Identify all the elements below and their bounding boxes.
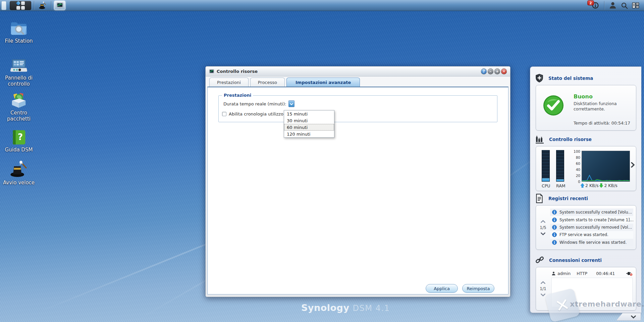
main-menu-button[interactable] <box>10 1 31 10</box>
tab-impostazioni-avanzate[interactable]: Impostazioni avanzate <box>286 78 360 87</box>
section-recent-logs: Registri recenti <box>535 194 588 203</box>
connection-protocol: HTTP <box>577 271 587 276</box>
dsm-version: DSM 4.1 <box>353 304 390 313</box>
section-title: Connessioni correnti <box>549 258 602 263</box>
desktop-icon-file-station[interactable]: File Station <box>1 21 36 44</box>
section-title: Controllo risorse <box>549 137 592 142</box>
connection-row[interactable]: admin HTTP 00:46:41 <box>551 270 633 277</box>
sidebar-collapse-tab[interactable] <box>616 313 641 321</box>
dropdown-option[interactable]: 30 minuti <box>284 117 334 124</box>
desktop-icon-label: Guida DSM <box>1 147 36 153</box>
apply-button[interactable]: Applica <box>426 284 458 293</box>
show-desktop-button[interactable] <box>1 1 6 10</box>
search-button[interactable] <box>619 1 630 10</box>
uptime-text: Tempo di attività: 00:54:17 <box>574 121 630 126</box>
open-resource-monitor-chevron[interactable] <box>631 162 635 169</box>
log-entry[interactable]: FTP service was started. <box>550 231 633 238</box>
status-value: Buono <box>574 93 593 100</box>
taskbar: 2 <box>0 0 644 11</box>
minimize-icon: – <box>490 70 492 73</box>
cpu-bar-fill <box>542 178 549 181</box>
ram-gauge <box>556 150 564 182</box>
dsm-watermark: Synology DSM 4.1 <box>301 303 390 313</box>
section-title: Stato del sistema <box>548 76 593 81</box>
resource-monitor-panel: CPU RAM 100 80 60 40 20 0 2 KB/s 2 KB/s <box>536 146 636 191</box>
minimize-button[interactable]: – <box>488 68 493 74</box>
download-speed: 2 KB/s <box>604 183 617 188</box>
info-icon <box>552 225 557 230</box>
desktop-icon-dsm-help[interactable]: ? Guida DSM <box>1 129 36 153</box>
disconnect-icon[interactable] <box>626 271 633 276</box>
log-entry[interactable]: System successfully removed [Vol... <box>550 224 633 231</box>
pager-down-button[interactable] <box>541 232 545 235</box>
search-icon <box>621 2 628 9</box>
dsm-help-icon: ? <box>1 129 36 145</box>
tab-strip: Prestazioni Processo Impostazioni avanza… <box>209 78 360 87</box>
section-system-status: Stato del sistema <box>535 74 593 83</box>
logs-page-indicator: 1/5 <box>540 225 546 230</box>
notification-badge: 2 <box>587 0 594 5</box>
upload-arrow-icon <box>581 183 584 188</box>
resource-monitor-taskbar-button[interactable] <box>54 1 65 10</box>
pilot-view-icon <box>632 1 640 9</box>
log-entry[interactable]: Windows file service was started. <box>550 239 633 246</box>
pager-down-button[interactable] <box>541 293 545 296</box>
system-health-sidebar: Stato del sistema Buono DiskStation funz… <box>530 66 641 313</box>
resource-monitor-icon <box>56 2 64 9</box>
file-station-icon <box>1 21 36 36</box>
maximize-button[interactable]: + <box>494 68 500 74</box>
desktop-icon-label: Centro pacchetti <box>1 110 36 122</box>
magic-hat-icon <box>39 1 47 9</box>
desktop-icon-label: Avvio veloce <box>1 180 36 186</box>
ram-label: RAM <box>556 183 564 188</box>
connection-time: 00:46:41 <box>596 271 615 276</box>
connections-page-indicator: 1/1 <box>540 286 546 291</box>
section-connections: Connessioni correnti <box>535 256 602 265</box>
pager-up-button[interactable] <box>541 281 545 284</box>
close-icon: ✕ <box>502 70 505 73</box>
taskbar-separator <box>604 1 604 10</box>
usage-history-checkbox[interactable] <box>222 112 226 116</box>
user-icon <box>551 271 556 276</box>
desktop-icon-label: Pannello di controllo <box>1 75 36 87</box>
brand-name: Synology <box>301 303 350 313</box>
cpu-label: CPU <box>542 183 550 188</box>
logs-pager: 1/5 <box>536 205 550 249</box>
window-titlebar[interactable]: Controllo risorse ? – + ✕ <box>206 66 510 77</box>
duration-dropdown-list: 15 minuti 30 minuti 60 minuti 120 minuti <box>284 110 334 138</box>
dropdown-option[interactable]: 60 minuti <box>284 124 334 131</box>
pilot-view-button[interactable] <box>630 1 641 10</box>
desktop-icon-quick-start[interactable]: Avvio veloce <box>1 160 36 186</box>
info-icon <box>552 210 557 215</box>
user-menu-button[interactable] <box>607 1 619 10</box>
notifications-button[interactable]: 2 <box>589 1 601 10</box>
realtime-duration-select[interactable] <box>288 100 294 107</box>
maximize-icon: + <box>496 70 499 73</box>
info-icon <box>552 218 557 222</box>
close-button[interactable]: ✕ <box>501 68 507 74</box>
desktop-icon-package-center[interactable]: Centro pacchetti <box>1 92 36 122</box>
user-icon <box>609 1 617 9</box>
chart-y-axis: 100 80 60 40 20 0 <box>568 148 580 182</box>
dropdown-option[interactable]: 120 minuti <box>284 131 334 137</box>
performance-fieldset: Prestazioni Durata tempo reale (minuti):… <box>218 95 497 122</box>
realtime-duration-label: Durata tempo reale (minuti): <box>223 101 286 106</box>
info-icon <box>552 232 557 237</box>
log-entry[interactable]: System starts to create [Volume 1]... <box>550 216 633 223</box>
control-panel-icon <box>1 58 36 73</box>
dropdown-option[interactable]: 15 minuti <box>284 110 334 117</box>
desktop-icon-control-panel[interactable]: Pannello di controllo <box>1 58 36 87</box>
usage-history-label: Abilita cronologia utilizzo <box>229 111 283 117</box>
tab-prestazioni[interactable]: Prestazioni <box>209 78 249 87</box>
tab-processo[interactable]: Processo <box>250 78 285 87</box>
help-button[interactable]: ? <box>481 68 487 74</box>
reset-button[interactable]: Reimposta <box>462 284 494 293</box>
log-entry[interactable]: System successfully created [Volu... <box>550 209 633 216</box>
pager-up-button[interactable] <box>541 220 545 223</box>
desktop: 2 <box>0 0 644 322</box>
document-icon <box>535 194 544 203</box>
download-arrow-icon <box>599 183 603 188</box>
taskbar-separator <box>34 1 34 10</box>
quick-launch-button[interactable] <box>37 1 48 10</box>
status-ok-icon <box>543 95 564 117</box>
